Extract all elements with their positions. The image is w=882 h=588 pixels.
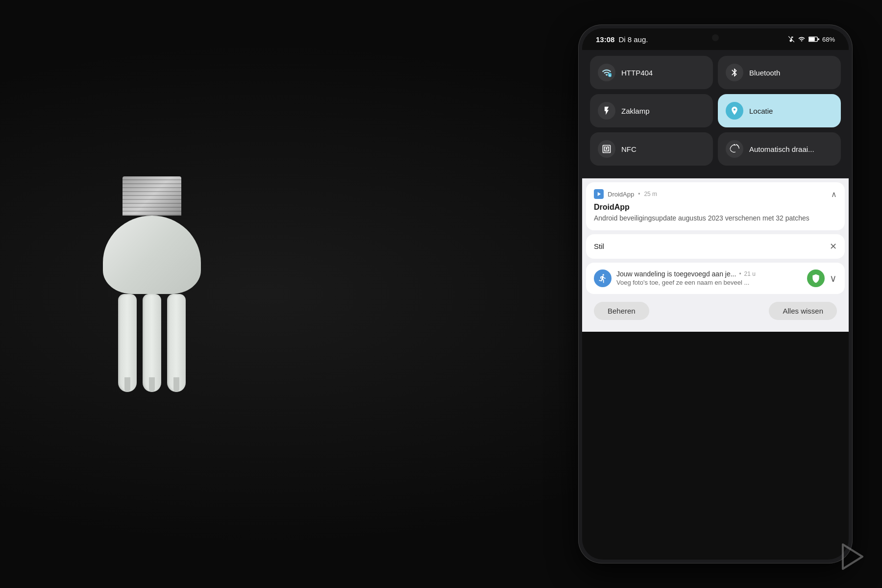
wifi-tile-icon: 6 [598,64,615,81]
qs-tile-location[interactable]: Locatie [718,94,841,127]
phone-screen: 13:08 Di 8 aug. 68% [582,28,849,560]
camera-notch [712,34,719,41]
qs-tile-nfc[interactable]: NFC [590,132,713,166]
stil-section: Stil ✕ [586,234,845,259]
notif-time-value: 25 m [644,191,657,197]
stil-header: Stil ✕ [594,241,837,252]
qs-tile-rotate[interactable]: Automatisch draai... [718,132,841,166]
nfc-tile-label: NFC [621,145,637,153]
phone-device: 13:08 Di 8 aug. 68% [578,24,853,564]
notif-time-1: • [638,191,640,197]
stil-label: Stil [594,242,604,250]
location-tile-icon [726,102,743,120]
walk-avatar [807,270,825,287]
svg-marker-6 [843,544,862,569]
flashlight-tile-icon [598,102,615,120]
svg-rect-3 [809,37,815,41]
status-icons: 68% [788,36,835,43]
walk-app-icon [594,270,612,287]
notif-expand-icon[interactable]: ∧ [831,190,837,199]
bulb-tube-1 [118,294,137,392]
light-bulb [83,176,220,412]
svg-rect-2 [818,38,819,40]
flashlight-tile-label: Zaklamp [621,107,650,115]
notif-app-name: DroidApp [608,191,634,198]
walk-time: • [739,270,741,277]
walk-notification: Jouw wandeling is toegevoegd aan je... •… [586,263,845,294]
walk-expand-icon[interactable]: ∨ [830,272,837,284]
droidapp-icon [594,189,604,199]
wifi-status-icon [798,36,806,43]
notif-app-info: DroidApp • 25 m [594,189,657,199]
notif-title: DroidApp [594,203,837,212]
nfc-tile-icon [598,140,615,158]
notification-area: DroidApp • 25 m ∧ DroidApp Android bevei… [582,178,849,332]
bulb-tube-2 [143,294,161,392]
qs-grid: 6 HTTP404 Bluetooth [590,56,841,166]
droidapp-notification: DroidApp • 25 m ∧ DroidApp Android bevei… [586,182,845,230]
bluetooth-tile-icon [726,64,743,81]
walk-content-row: Jouw wandeling is toegevoegd aan je... •… [594,270,837,287]
mute-icon [788,36,795,43]
walk-body: Voeg foto's toe, geef ze een naam en bev… [616,279,802,286]
notification-bottom-buttons: Beheren Alles wissen [586,298,845,328]
clear-all-button[interactable]: Alles wissen [769,302,837,320]
status-date: Di 8 aug. [618,35,648,44]
bulb-body [103,216,201,294]
walk-title-row: Jouw wandeling is toegevoegd aan je... •… [616,270,802,278]
watermark [838,542,867,573]
stil-close-button[interactable]: ✕ [830,241,837,252]
manage-button[interactable]: Beheren [594,302,649,320]
bluetooth-tile-label: Bluetooth [749,69,780,77]
droidapp-watermark-icon [838,542,867,571]
qs-tile-flashlight[interactable]: Zaklamp [590,94,713,127]
bulb-area [0,0,304,588]
bulb-tubes [103,294,201,412]
battery-percent: 68% [822,36,835,43]
location-tile-label: Locatie [749,107,773,115]
battery-icon [808,36,819,43]
rotate-tile-label: Automatisch draai... [749,145,814,153]
notif-body: Android beveiligingsupdate augustus 2023… [594,214,837,223]
bulb-screw [122,176,181,216]
walk-title: Jouw wandeling is toegevoegd aan je... [616,270,736,278]
qs-tile-bluetooth[interactable]: Bluetooth [718,56,841,89]
wifi-tile-label: HTTP404 [621,69,653,77]
quick-settings-panel: 6 HTTP404 Bluetooth [582,50,849,178]
qs-tile-wifi[interactable]: 6 HTTP404 [590,56,713,89]
walk-time-value: 21 u [744,270,756,277]
bulb-tube-3 [167,294,186,392]
status-time: 13:08 [596,35,614,44]
rotate-tile-icon [726,140,743,158]
notif-header: DroidApp • 25 m ∧ [594,189,837,199]
walk-text-content: Jouw wandeling is toegevoegd aan je... •… [616,270,802,286]
